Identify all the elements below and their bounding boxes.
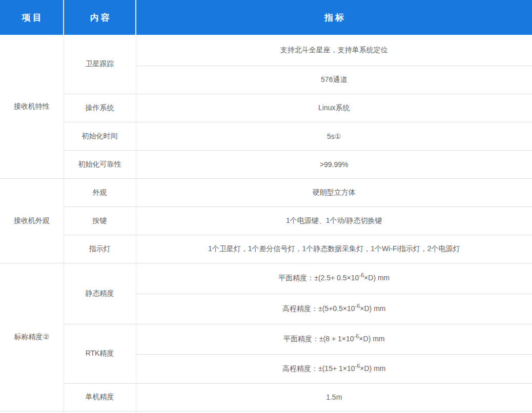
spec-cell-appearance: 硬朗型立方体 [136, 178, 532, 206]
header-cell-spec: 指标 [136, 0, 532, 35]
group-label-nominal-accuracy: 标称精度② [0, 263, 64, 411]
spec-cell-constellation: 支持北斗全星座，支持单系统定位 [136, 35, 532, 66]
content-cell-init-time: 初始化时间 [64, 122, 136, 150]
receiver-spec-table: 项目 内容 指标 接收机特性 卫星跟踪 支持北斗全星座，支持单系统定位 576通… [0, 0, 532, 413]
table-row: 初始化时间 5s① [0, 122, 532, 150]
content-cell-satellite-tracking: 卫星跟踪 [64, 35, 136, 94]
table-row-partial [0, 411, 532, 413]
table-row: 初始化可靠性 >99.99% [0, 150, 532, 178]
header-cell-content: 内容 [64, 0, 136, 35]
table-row: 单机精度 1.5m [0, 383, 532, 411]
content-cell-os: 操作系统 [64, 94, 136, 122]
spec-cell-os: Linux系统 [136, 94, 532, 122]
spec-page: 项目 内容 指标 接收机特性 卫星跟踪 支持北斗全星座，支持单系统定位 576通… [0, 0, 532, 413]
spec-cell-buttons: 1个电源键、1个动/静态切换键 [136, 206, 532, 235]
table-row: 接收机外观 外观 硬朗型立方体 [0, 178, 532, 206]
content-cell-indicator-lights: 指示灯 [64, 235, 136, 263]
content-cell-standalone-accuracy: 单机精度 [64, 383, 136, 411]
table-header-row: 项目 内容 指标 [0, 0, 532, 35]
content-cell-appearance: 外观 [64, 178, 136, 206]
spec-cell-static-plane-accuracy: 平面精度：±(2.5+ 0.5×10-6×D) mm [136, 263, 532, 294]
empty-cell [136, 411, 532, 413]
content-cell-rtk-accuracy: RTK精度 [64, 324, 136, 383]
spec-cell-rtk-height-accuracy: 高程精度：±(15+ 1×10-6×D) mm [136, 354, 532, 383]
content-cell-init-reliability: 初始化可靠性 [64, 150, 136, 178]
group-label-receiver-features: 接收机特性 [0, 35, 64, 178]
spec-cell-indicator-lights: 1个卫星灯，1个差分信号灯，1个静态数据采集灯，1个Wi-Fi指示灯，2个电源灯 [136, 235, 532, 263]
spec-cell-init-time: 5s① [136, 122, 532, 150]
spec-cell-standalone-accuracy: 1.5m [136, 383, 532, 411]
spec-cell-static-height-accuracy: 高程精度：±(5+0.5×10-6×D) mm [136, 294, 532, 324]
spec-cell-channels: 576通道 [136, 66, 532, 94]
table-row: 操作系统 Linux系统 [0, 94, 532, 122]
group-label-receiver-appearance: 接收机外观 [0, 178, 64, 263]
table-row: 按键 1个电源键、1个动/静态切换键 [0, 206, 532, 235]
table-row: 指示灯 1个卫星灯，1个差分信号灯，1个静态数据采集灯，1个Wi-Fi指示灯，2… [0, 235, 532, 263]
table-row: 标称精度② 静态精度 平面精度：±(2.5+ 0.5×10-6×D) mm [0, 263, 532, 294]
spec-cell-rtk-plane-accuracy: 平面精度：±(8 + 1×10-6×D) mm [136, 324, 532, 354]
header-cell-item: 项目 [0, 0, 64, 35]
content-cell-static-accuracy: 静态精度 [64, 263, 136, 324]
empty-cell [0, 411, 64, 413]
empty-cell [64, 411, 136, 413]
table-row: 接收机特性 卫星跟踪 支持北斗全星座，支持单系统定位 [0, 35, 532, 66]
table-row: RTK精度 平面精度：±(8 + 1×10-6×D) mm [0, 324, 532, 354]
spec-cell-init-reliability: >99.99% [136, 150, 532, 178]
content-cell-buttons: 按键 [64, 206, 136, 235]
